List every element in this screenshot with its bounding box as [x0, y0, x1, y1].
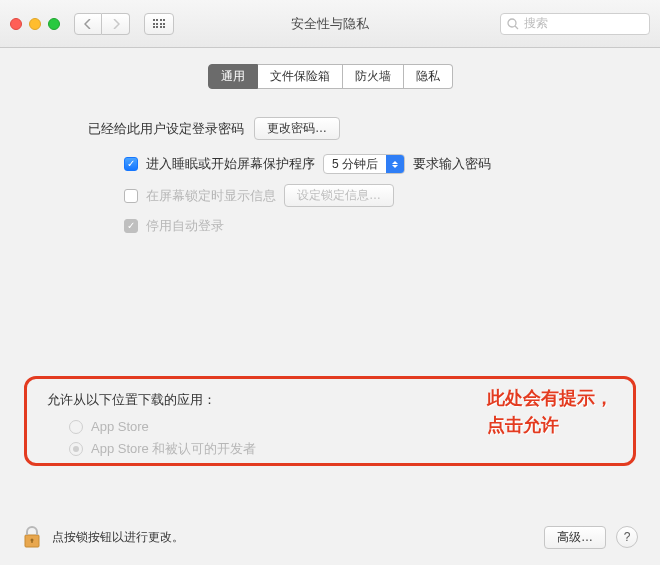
search-input[interactable]: 搜索	[500, 13, 650, 35]
tab-general[interactable]: 通用	[208, 64, 258, 89]
help-button[interactable]: ?	[616, 526, 638, 548]
delay-select[interactable]: 5 分钟后	[323, 154, 405, 174]
disable-auto-login-label: 停用自动登录	[146, 217, 224, 235]
annotation-line2: 点击允许	[487, 415, 559, 435]
annotation-line1: 此处会有提示，	[487, 388, 613, 408]
require-password-row: 进入睡眠或开始屏幕保护程序 5 分钟后 要求输入密码	[124, 154, 606, 174]
tab-firewall[interactable]: 防火墙	[343, 64, 404, 89]
svg-rect-4	[31, 540, 32, 543]
radio-appstore-label: App Store	[91, 419, 149, 434]
updown-icon	[386, 155, 404, 173]
minimize-icon[interactable]	[29, 18, 41, 30]
svg-line-1	[515, 26, 518, 29]
footer: 点按锁按钮以进行更改。 高级… ?	[0, 509, 660, 565]
forward-button[interactable]	[102, 13, 130, 35]
window-controls	[10, 18, 60, 30]
download-apps-section: 允许从以下位置下载的应用： App Store App Store 和被认可的开…	[24, 376, 636, 466]
close-icon[interactable]	[10, 18, 22, 30]
tab-privacy[interactable]: 隐私	[404, 64, 453, 89]
radio-identified-row: App Store 和被认可的开发者	[69, 440, 613, 458]
delay-select-value: 5 分钟后	[324, 156, 386, 173]
content-pane: 通用 文件保险箱 防火墙 隐私 已经给此用户设定登录密码 更改密码… 进入睡眠或…	[0, 48, 660, 565]
show-message-label: 在屏幕锁定时显示信息	[146, 187, 276, 205]
show-message-checkbox	[124, 189, 138, 203]
window-title: 安全性与隐私	[291, 15, 369, 33]
search-icon	[507, 18, 519, 30]
zoom-icon[interactable]	[48, 18, 60, 30]
lock-icon[interactable]	[22, 525, 42, 549]
disable-auto-login-checkbox	[124, 219, 138, 233]
annotation-text: 此处会有提示， 点击允许	[487, 385, 613, 439]
radio-identified-label: App Store 和被认可的开发者	[91, 440, 256, 458]
change-password-button[interactable]: 更改密码…	[254, 117, 340, 140]
radio-identified	[69, 442, 83, 456]
require-password-checkbox[interactable]	[124, 157, 138, 171]
advanced-button[interactable]: 高级…	[544, 526, 606, 549]
lock-text: 点按锁按钮以进行更改。	[52, 529, 184, 546]
svg-point-0	[508, 19, 516, 27]
titlebar: 安全性与隐私 搜索	[0, 0, 660, 48]
radio-appstore	[69, 420, 83, 434]
tab-bar: 通用 文件保险箱 防火墙 隐私	[0, 64, 660, 89]
show-all-button[interactable]	[144, 13, 174, 35]
grid-icon	[153, 19, 166, 28]
require-password-label: 进入睡眠或开始屏幕保护程序	[146, 155, 315, 173]
require-password-suffix: 要求输入密码	[413, 155, 491, 173]
password-set-label: 已经给此用户设定登录密码	[88, 120, 244, 138]
show-message-row: 在屏幕锁定时显示信息 设定锁定信息…	[124, 184, 606, 207]
nav-back-forward	[74, 13, 130, 35]
set-lock-message-button: 设定锁定信息…	[284, 184, 394, 207]
search-placeholder: 搜索	[524, 15, 548, 32]
disable-auto-login-row: 停用自动登录	[124, 217, 606, 235]
password-set-row: 已经给此用户设定登录密码 更改密码…	[88, 117, 606, 140]
back-button[interactable]	[74, 13, 102, 35]
tab-filevault[interactable]: 文件保险箱	[258, 64, 343, 89]
